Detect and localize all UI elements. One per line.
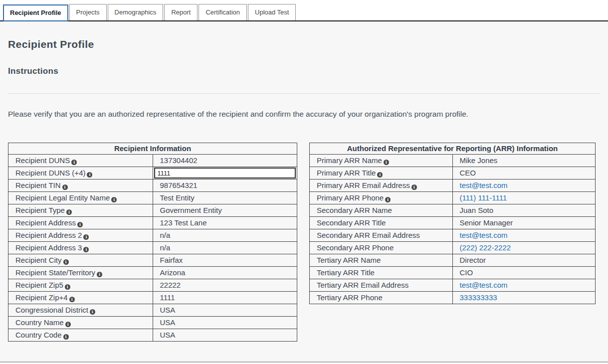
row-label-text: Primary ARR Name	[317, 156, 382, 165]
info-icon[interactable]: i	[83, 247, 89, 252]
row-label: Recipient TINi	[8, 180, 153, 192]
row-label-text: Tertiary ARR Email Address	[317, 281, 408, 289]
row-value: (222) 222-2222	[452, 242, 596, 254]
row-label-text: Secondary ARR Name	[317, 206, 392, 214]
tab-certification[interactable]: Certification	[199, 4, 247, 20]
table-row: Tertiary ARR Phone333333333	[310, 292, 596, 304]
value-link[interactable]: test@test.com	[460, 231, 508, 239]
table-row: Primary ARR NameiMike Jones	[310, 155, 596, 167]
row-label-text: Recipient TIN	[15, 181, 61, 189]
info-icon[interactable]: i	[385, 197, 391, 202]
info-icon[interactable]: i	[411, 184, 417, 190]
info-icon[interactable]: i	[66, 209, 72, 215]
info-icon[interactable]: i	[62, 184, 68, 190]
table-row: Recipient TypeiGovernment Entity	[8, 204, 297, 217]
row-label: Secondary ARR Email Address	[310, 229, 453, 242]
recipient-duns4-input[interactable]	[154, 168, 296, 179]
tab-demographics[interactable]: Demographics	[108, 4, 164, 20]
value-link[interactable]: (222) 222-2222	[460, 243, 511, 252]
table-row: Tertiary ARR NameDirector	[310, 254, 596, 267]
row-value	[153, 167, 297, 180]
row-label: Secondary ARR Title	[310, 217, 453, 229]
row-label: Secondary ARR Name	[310, 204, 453, 217]
row-label-text: Recipient Zip+4	[15, 293, 68, 302]
table-row: Primary ARR TitleiCEO	[310, 167, 596, 180]
row-value: Government Entity	[153, 204, 297, 217]
row-label: Tertiary ARR Email Address	[310, 279, 453, 292]
value-link[interactable]: test@test.com	[460, 181, 508, 189]
row-value: CEO	[452, 167, 596, 180]
row-value: Fairfax	[153, 254, 297, 267]
row-value: 22222	[153, 279, 297, 292]
row-label-text: Recipient Address 3	[15, 243, 82, 252]
row-label-text: Congressional District	[15, 306, 88, 314]
row-label-text: Secondary ARR Email Address	[317, 231, 420, 239]
table-row: Recipient CityiFairfax	[8, 254, 297, 267]
arr-information-table: Authorized Representative for Reporting …	[309, 143, 596, 304]
info-icon[interactable]: i	[90, 309, 95, 315]
table-row: Tertiary ARR TitleCIO	[310, 267, 596, 279]
row-label: Recipient Addressi	[8, 217, 153, 229]
info-icon[interactable]: i	[69, 297, 75, 302]
divider	[8, 93, 600, 94]
table-row: Recipient State/TerritoryiArizona	[8, 267, 297, 279]
value-link[interactable]: (111) 111-1111	[460, 193, 507, 202]
info-icon[interactable]: i	[63, 334, 69, 340]
value-link[interactable]: 333333333	[460, 293, 497, 302]
table-row: Secondary ARR Phone(222) 222-2222	[310, 242, 596, 254]
row-label-text: Recipient State/Territory	[15, 268, 95, 277]
row-label: Recipient State/Territoryi	[8, 267, 153, 279]
recipient-table-header: Recipient Information	[8, 143, 297, 155]
row-label: Recipient Address 3i	[8, 242, 153, 254]
table-row: Recipient Address 3in/a	[8, 242, 297, 254]
info-icon[interactable]: i	[77, 222, 83, 227]
info-icon[interactable]: i	[83, 234, 89, 240]
tab-upload-test[interactable]: Upload Test	[248, 4, 296, 20]
row-value: Senior Manager	[452, 217, 596, 229]
info-icon[interactable]: i	[63, 259, 69, 265]
recipient-information-table: Recipient Information Recipient DUNSi137…	[8, 143, 297, 342]
info-icon[interactable]: i	[65, 284, 70, 290]
row-value: Juan Soto	[452, 204, 596, 217]
row-label: Primary ARR Namei	[310, 155, 453, 167]
arr-table-header: Authorized Representative for Reporting …	[310, 143, 596, 155]
row-value: 333333333	[452, 292, 596, 304]
row-label-text: Country Name	[15, 318, 64, 327]
info-icon[interactable]: i	[111, 197, 117, 202]
row-label: Recipient Zip+4i	[8, 292, 153, 304]
row-label-text: Secondary ARR Phone	[317, 243, 394, 252]
info-icon[interactable]: i	[71, 160, 77, 165]
row-value: n/a	[153, 229, 297, 242]
row-label-text: Secondary ARR Title	[317, 218, 386, 227]
info-icon[interactable]: i	[384, 160, 389, 165]
row-label-text: Recipient DUNS (+4)	[15, 169, 85, 177]
row-label: Recipient Address 2i	[8, 229, 153, 242]
row-value: USA	[153, 317, 297, 329]
row-label-text: Tertiary ARR Phone	[317, 293, 383, 302]
row-value: 137304402	[153, 155, 297, 167]
row-label-text: Primary ARR Email Address	[317, 181, 410, 189]
table-header-row: Authorized Representative for Reporting …	[310, 143, 596, 155]
info-icon[interactable]: i	[87, 172, 92, 178]
tab-projects[interactable]: Projects	[69, 4, 107, 20]
row-value: 1111	[153, 292, 297, 304]
row-label: Recipient Cityi	[8, 254, 153, 267]
row-label-text: Country Code	[15, 331, 62, 339]
row-label: Recipient Legal Entity Namei	[8, 192, 153, 204]
value-link[interactable]: test@test.com	[460, 281, 508, 289]
row-label: Tertiary ARR Title	[310, 267, 453, 279]
row-label-text: Recipient Zip5	[15, 281, 63, 289]
table-row: Secondary ARR Email Addresstest@test.com	[310, 229, 596, 242]
row-label-text: Tertiary ARR Title	[317, 268, 375, 277]
info-icon[interactable]: i	[377, 172, 383, 178]
row-label-text: Tertiary ARR Name	[317, 256, 381, 264]
row-label-text: Recipient DUNS	[15, 156, 70, 165]
table-row: Recipient DUNS (+4)i	[8, 167, 297, 180]
row-label-text: Primary ARR Phone	[317, 193, 384, 202]
row-value: Arizona	[153, 267, 297, 279]
info-icon[interactable]: i	[97, 272, 102, 277]
tab-report[interactable]: Report	[164, 4, 198, 20]
row-label-text: Recipient Type	[15, 206, 65, 214]
tab-recipient-profile[interactable]: Recipient Profile	[3, 4, 68, 21]
info-icon[interactable]: i	[65, 322, 71, 327]
